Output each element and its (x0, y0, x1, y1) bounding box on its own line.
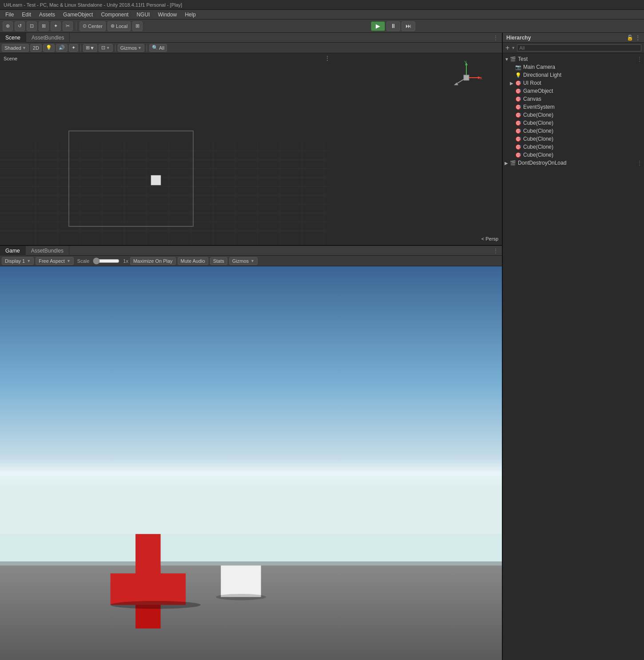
hierarchy-header: Hierarchy 🔓 ⋮ (503, 33, 644, 43)
title-bar: U#Learn - Test - PC, Mac & Linux Standal… (0, 0, 644, 10)
scale-value: 1x (123, 258, 128, 264)
mute-audio-btn[interactable]: Mute Audio (178, 257, 208, 265)
hierarchy-item-test[interactable]: ▼ 🎬 Test ⋮ (503, 55, 644, 63)
scene-tab-more[interactable]: ⋮ (489, 35, 502, 41)
play-button[interactable]: ▶ (371, 21, 385, 31)
menu-help[interactable]: Help (181, 11, 199, 19)
tool-transform[interactable]: ✂ (63, 21, 73, 31)
tab-game[interactable]: Game (0, 246, 26, 256)
hierarchy-item-directional-light[interactable]: ▶ 💡 Directional Light (503, 71, 644, 79)
eventsystem-icon: 🎯 (515, 104, 521, 110)
menu-file[interactable]: File (2, 11, 17, 19)
stats-btn[interactable]: Stats (210, 257, 227, 265)
audio-toggle[interactable]: 🔊 (56, 44, 68, 52)
game-toolbar: Display 1 ▼ Free Aspect ▼ Scale 1x Maxim… (0, 256, 502, 266)
display-arrow: ▼ (27, 259, 31, 263)
svg-point-46 (216, 594, 266, 600)
hierarchy-item-cube-3[interactable]: ▶ 🎯 Cube(Clone) (503, 127, 644, 135)
menu-edit[interactable]: Edit (18, 11, 35, 19)
scene-tab-bar: Scene AssetBundles ⋮ (0, 33, 502, 43)
hierarchy-content: ▼ 🎬 Test ⋮ ▶ 📷 Main Camera ▶ 💡 Direction… (503, 53, 644, 660)
menu-gameobject[interactable]: GameObject (60, 11, 96, 19)
ui-root-label: UI Root (523, 80, 541, 86)
aspect-dropdown[interactable]: Free Aspect ▼ (36, 257, 74, 265)
local-toggle[interactable]: ⊛ Local (107, 21, 131, 31)
scale-slider[interactable] (93, 258, 119, 264)
tab-assetbundles-scene[interactable]: AssetBundles (26, 33, 70, 43)
game-tab-more[interactable]: ⋮ (489, 248, 502, 254)
hierarchy-item-dont-destroy[interactable]: ▶ 🎬 DontDestroyOnLoad ⋮ (503, 159, 644, 167)
search-scene[interactable]: 🔍 All (149, 44, 167, 52)
cube3-label: Cube(Clone) (523, 128, 553, 134)
tab-assetbundles-game[interactable]: AssetBundles (26, 246, 69, 256)
pause-button[interactable]: ⏸ (386, 21, 400, 31)
shading-arrow: ▼ (22, 46, 26, 50)
layer-icon: ⊞ (86, 45, 90, 51)
hierarchy-item-cube-4[interactable]: ▶ 🎯 Cube(Clone) (503, 135, 644, 143)
hierarchy-item-cube-1[interactable]: ▶ 🎯 Cube(Clone) (503, 111, 644, 119)
maximize-on-play-btn[interactable]: Maximize On Play (130, 257, 176, 265)
hierarchy-title: Hierarchy (506, 35, 531, 41)
game-viewport[interactable] (0, 266, 502, 660)
layers-btn[interactable]: ⊞ (132, 21, 143, 31)
maximize-label: Maximize On Play (133, 258, 173, 264)
tool-scale[interactable]: ⊞ (39, 21, 49, 31)
pivot-toggle[interactable]: ⊙ Center (80, 21, 106, 31)
layer-label: ▼ (90, 45, 95, 51)
tab-scene[interactable]: Scene (0, 33, 26, 43)
display-dropdown[interactable]: Display 1 ▼ (2, 257, 34, 265)
fx-toggle[interactable]: ✦ (69, 44, 78, 52)
cube2-label: Cube(Clone) (523, 120, 553, 126)
canvas-icon: 🎯 (515, 96, 521, 102)
hierarchy-item-cube-6[interactable]: ▶ 🎯 Cube(Clone) (503, 151, 644, 159)
tool-qwert-q[interactable]: ⊕ (3, 21, 13, 31)
cube3-icon: 🎯 (515, 128, 521, 134)
svg-rect-42 (135, 534, 161, 605)
tool-rotate[interactable]: ⊡ (27, 21, 37, 31)
dont-destroy-more[interactable]: ⋮ (637, 160, 642, 166)
hierarchy-search-input[interactable] (517, 44, 641, 51)
display-label: Display 1 (5, 258, 25, 264)
scene-panel: Scene AssetBundles ⋮ Shaded ▼ 2D 💡 🔊 ✦ ⊞… (0, 33, 502, 246)
hierarchy-item-cube-2[interactable]: ▶ 🎯 Cube(Clone) (503, 119, 644, 127)
shading-dropdown[interactable]: Shaded ▼ (2, 44, 29, 52)
play-controls: ▶ ⏸ ⏭ (371, 21, 415, 31)
gameobject-label: GameObject (523, 88, 553, 94)
hierarchy-lock-icon[interactable]: 🔓 (627, 35, 633, 41)
2d-toggle[interactable]: 2D (30, 44, 42, 52)
scene-viewport[interactable]: Scene ⋮ (0, 53, 502, 245)
menu-assets[interactable]: Assets (36, 11, 59, 19)
hierarchy-item-canvas[interactable]: ▶ 🎯 Canvas (503, 95, 644, 103)
layer-dropdown[interactable]: ⊞ ▼ (83, 44, 97, 52)
menu-window[interactable]: Window (154, 11, 180, 19)
svg-point-45 (111, 601, 201, 609)
cube6-icon: 🎯 (515, 152, 521, 158)
light-toggle[interactable]: 💡 (43, 44, 55, 52)
gameobject-icon: 🎯 (515, 88, 521, 94)
render-dropdown[interactable]: ⊡ ▼ (99, 44, 113, 52)
gizmos-dropdown[interactable]: Gizmos ▼ (118, 44, 144, 52)
cube5-label: Cube(Clone) (523, 144, 553, 150)
hierarchy-more[interactable]: ⋮ (635, 35, 640, 41)
hierarchy-item-main-camera[interactable]: ▶ 📷 Main Camera (503, 63, 644, 71)
step-button[interactable]: ⏭ (402, 21, 415, 31)
scene-grid-svg: Scene ⋮ (0, 53, 502, 245)
hierarchy-add-btn[interactable]: + (505, 44, 509, 51)
right-panel: Hierarchy 🔓 ⋮ + ▼ ▼ 🎬 Test ⋮ ▶ 📷 (502, 33, 644, 660)
hierarchy-add-arrow[interactable]: ▼ (511, 46, 515, 50)
hierarchy-item-eventsystem[interactable]: ▶ 🎯 EventSystem (503, 103, 644, 111)
tool-move[interactable]: ↺ (15, 21, 25, 31)
game-gizmos-dropdown[interactable]: Gizmos ▼ (229, 257, 258, 265)
directional-light-icon: 💡 (515, 72, 521, 78)
pivot-icon: ⊙ (83, 23, 87, 29)
test-more[interactable]: ⋮ (637, 56, 642, 62)
menu-ngui[interactable]: NGUI (133, 11, 153, 19)
hierarchy-item-cube-5[interactable]: ▶ 🎯 Cube(Clone) (503, 143, 644, 151)
tool-rect[interactable]: ✦ (51, 21, 61, 31)
game-gizmos-arrow: ▼ (250, 259, 254, 263)
title-text: U#Learn - Test - PC, Mac & Linux Standal… (4, 2, 182, 8)
menu-component[interactable]: Component (97, 11, 132, 19)
ui-root-arrow: ▶ (510, 81, 515, 86)
hierarchy-item-ui-root[interactable]: ▶ 🎯 UI Root (503, 79, 644, 87)
hierarchy-item-gameobject[interactable]: ▶ 🎯 GameObject (503, 87, 644, 95)
